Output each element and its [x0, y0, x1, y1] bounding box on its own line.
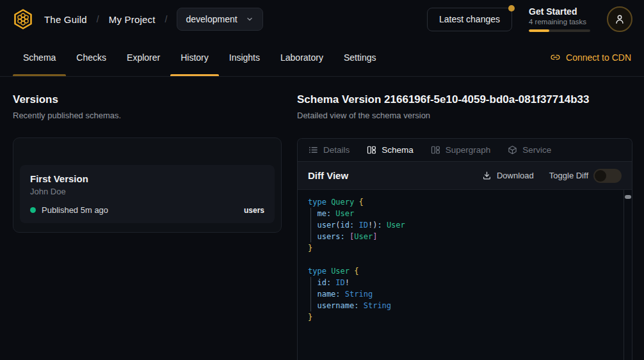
target-select[interactable]: development — [177, 8, 262, 31]
nav-tabs: SchemaChecksExplorerHistoryInsightsLabor… — [13, 38, 387, 76]
code-line: } — [308, 242, 613, 254]
panel-tab-label: Supergraph — [446, 145, 491, 155]
get-started-progress — [529, 29, 590, 32]
diff-view-title: Diff View — [308, 170, 348, 181]
list-icon — [309, 145, 318, 155]
hive-logo[interactable] — [12, 8, 35, 31]
version-list-item[interactable]: First Version John Doe Published 5m ago … — [20, 165, 275, 223]
nav-tab-insights[interactable]: Insights — [219, 38, 270, 76]
versions-list-card: First Version John Doe Published 5m ago … — [13, 137, 282, 233]
nav-tab-bar: SchemaChecksExplorerHistoryInsightsLabor… — [0, 38, 644, 77]
panel-tab-supergraph[interactable]: Supergraph — [431, 145, 491, 155]
code-line: type Query { — [308, 196, 613, 208]
panel-tab-service[interactable]: Service — [508, 145, 551, 155]
service-name-badge: users — [244, 206, 264, 215]
panel-tab-label: Service — [522, 145, 551, 155]
get-started-title: Get Started — [529, 6, 590, 17]
connect-to-cdn-button[interactable]: Connect to CDN — [551, 38, 631, 76]
nav-tab-settings[interactable]: Settings — [334, 38, 387, 76]
code-line: username: String — [308, 300, 613, 311]
hive-hexagon-icon — [12, 8, 35, 31]
code-line: me: User — [308, 208, 613, 219]
published-status-text: Published 5m ago — [42, 205, 108, 215]
code-line: name: String — [308, 288, 613, 300]
notification-dot — [508, 5, 515, 12]
latest-changes-button[interactable]: Latest changes — [427, 8, 512, 31]
connect-to-cdn-label: Connect to CDN — [566, 52, 631, 63]
toggle-diff-label: Toggle Diff — [549, 171, 588, 180]
toggle-knob — [595, 170, 606, 182]
schema-version-subtitle: Detailed view of the schema version — [297, 111, 632, 120]
code-line — [308, 254, 613, 265]
nav-tab-laboratory[interactable]: Laboratory — [270, 38, 334, 76]
panel-tab-details[interactable]: Details — [309, 145, 350, 155]
code-line: type User { — [308, 265, 613, 277]
nav-tab-checks[interactable]: Checks — [66, 38, 117, 76]
user-icon — [614, 13, 625, 25]
published-status-dot — [30, 207, 36, 213]
schema-code-viewer: type Query { me: User user(id: ID!): Use… — [298, 190, 632, 360]
breadcrumb-separator: / — [165, 14, 168, 24]
nav-tab-schema[interactable]: Schema — [13, 38, 66, 76]
schema-detail-panel: DetailsSchemaSupergraphService Diff View… — [297, 138, 632, 360]
indent-guide — [310, 208, 311, 242]
link-icon — [551, 52, 560, 62]
download-icon — [482, 171, 492, 180]
code-scrollbar-thumb[interactable] — [625, 195, 631, 199]
breadcrumb-org[interactable]: The Guild — [44, 14, 87, 25]
code-scrollbar[interactable] — [624, 190, 632, 360]
code-line: user(id: ID!): User — [308, 219, 613, 231]
breadcrumb-project[interactable]: My Project — [109, 14, 156, 25]
columns-icon — [367, 145, 376, 155]
diff-view-header: Diff View Download Toggle Diff — [298, 162, 632, 190]
page: { "header": { "org": "The Guild", "proje… — [0, 0, 644, 360]
latest-changes-label: Latest changes — [439, 14, 500, 24]
toggle-diff-switch[interactable] — [593, 169, 622, 183]
version-name: First Version — [30, 173, 264, 184]
versions-section: Versions Recently published schemas. Fir… — [13, 93, 282, 360]
panel-tab-bar: DetailsSchemaSupergraphService — [298, 139, 632, 162]
version-author: John Doe — [30, 187, 264, 196]
code-line: id: ID! — [308, 277, 613, 288]
versions-title: Versions — [13, 93, 282, 106]
schema-version-section: Schema Version 2166196f-5e10-4059-bd0a-0… — [297, 93, 632, 360]
indent-guide — [310, 277, 311, 311]
progress-fill — [529, 29, 549, 32]
code-line: } — [308, 311, 613, 323]
top-bar: The Guild / My Project / development Lat… — [0, 0, 644, 38]
breadcrumb-separator: / — [97, 14, 99, 24]
nav-tab-history[interactable]: History — [170, 38, 219, 76]
main-content: Versions Recently published schemas. Fir… — [0, 77, 644, 360]
panel-tab-schema[interactable]: Schema — [367, 145, 414, 155]
versions-subtitle: Recently published schemas. — [13, 111, 282, 120]
download-button[interactable]: Download — [482, 171, 534, 180]
target-select-value: development — [186, 14, 237, 24]
panel-tab-label: Schema — [382, 145, 414, 155]
nav-tab-explorer[interactable]: Explorer — [117, 38, 170, 76]
code-lines: type Query { me: User user(id: ID!): Use… — [308, 196, 613, 323]
code-line: users: [User] — [308, 231, 613, 242]
get-started-widget[interactable]: Get Started 4 remaining tasks — [529, 6, 590, 32]
panel-tab-label: Details — [323, 145, 350, 155]
columns-icon — [431, 145, 440, 155]
chevron-down-icon — [245, 15, 254, 24]
download-label: Download — [497, 171, 534, 180]
cube-icon — [508, 145, 517, 155]
get-started-subtitle: 4 remaining tasks — [529, 17, 590, 27]
schema-version-title: Schema Version 2166196f-5e10-4059-bd0a-0… — [297, 93, 632, 106]
avatar-button[interactable] — [607, 6, 632, 32]
